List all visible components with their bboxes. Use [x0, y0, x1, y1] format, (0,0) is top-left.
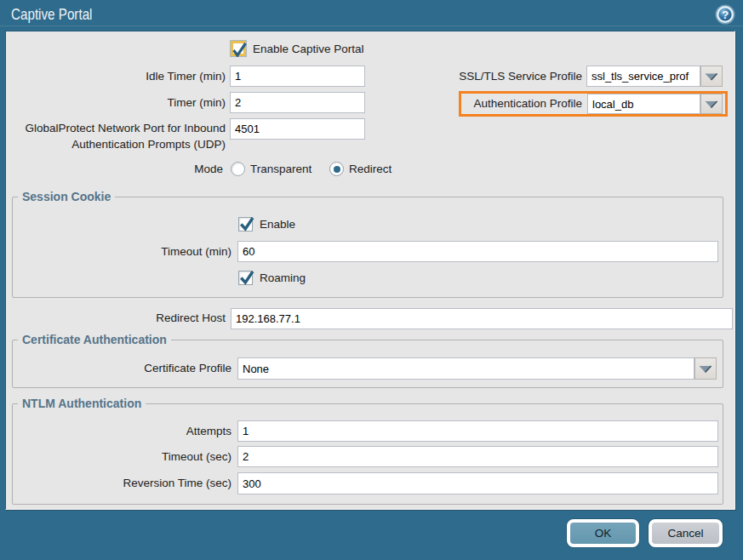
svg-text:?: ?: [722, 9, 729, 21]
